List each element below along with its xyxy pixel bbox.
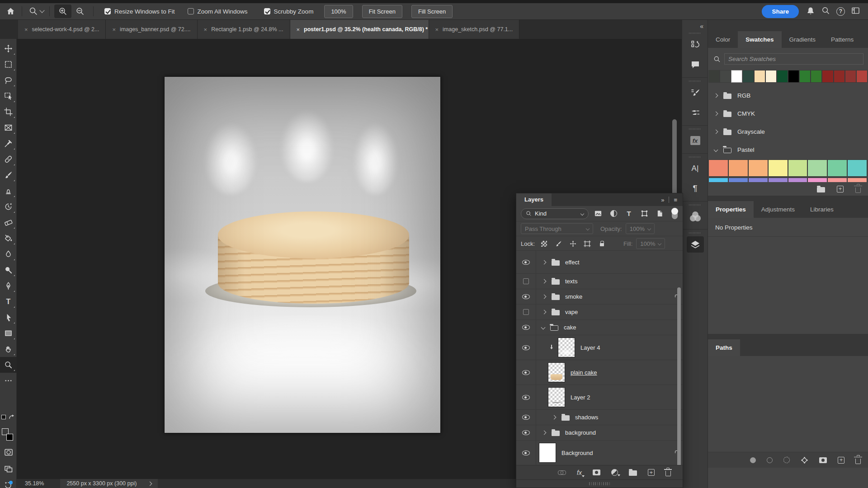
layer-row-texts[interactable]: texts: [516, 273, 683, 289]
delete-swatch-icon[interactable]: [855, 188, 861, 193]
filter-kind-dropdown[interactable]: Kind: [521, 208, 589, 219]
filter-adjustment-icon[interactable]: [608, 208, 619, 219]
tab-paths[interactable]: Paths: [708, 339, 740, 356]
swatch[interactable]: [827, 178, 847, 182]
close-icon[interactable]: ×: [24, 26, 28, 33]
swap-colors-icon[interactable]: [8, 414, 15, 422]
dock-grip[interactable]: [689, 33, 701, 34]
pen-tool[interactable]: [0, 278, 17, 294]
swatch[interactable]: [754, 70, 765, 83]
move-tool[interactable]: [0, 41, 17, 56]
type-tool[interactable]: T: [0, 294, 17, 310]
new-layer-icon[interactable]: +: [648, 469, 655, 476]
eyedropper-tool[interactable]: [0, 136, 17, 151]
swatch[interactable]: [765, 70, 777, 83]
visibility-toggle[interactable]: [516, 289, 536, 304]
help-icon[interactable]: ?: [836, 7, 845, 16]
zoom-tool-icon[interactable]: [27, 5, 40, 18]
tab-properties[interactable]: Properties: [708, 201, 754, 218]
layers-tab[interactable]: Layers: [516, 193, 552, 206]
tab-swatches[interactable]: Swatches: [738, 31, 781, 48]
hand-tool[interactable]: [0, 341, 17, 357]
swatch[interactable]: [811, 70, 822, 83]
brushes-icon[interactable]: [682, 103, 708, 122]
visibility-toggle[interactable]: [516, 441, 536, 465]
document-poster1[interactable]: [164, 76, 441, 433]
layer-thumbnail[interactable]: [548, 362, 565, 382]
object-selection-tool[interactable]: [0, 88, 17, 104]
dock-grip[interactable]: [689, 204, 701, 206]
lasso-tool[interactable]: [0, 72, 17, 88]
comment-icon[interactable]: [682, 55, 708, 75]
chevron-down-icon[interactable]: [39, 8, 44, 13]
swatch[interactable]: [847, 178, 867, 182]
layers-panel-icon[interactable]: [682, 235, 708, 254]
eraser-tool[interactable]: [0, 215, 17, 230]
visibility-toggle[interactable]: [516, 425, 536, 440]
tab-color[interactable]: Color: [708, 31, 738, 48]
scrubby-zoom-checkbox[interactable]: Scrubby Zoom: [264, 8, 314, 15]
chevron-right-icon[interactable]: [542, 279, 547, 284]
visibility-toggle[interactable]: [516, 251, 536, 273]
layer-row-layer4[interactable]: Layer 4: [516, 335, 683, 360]
new-path-icon[interactable]: +: [838, 457, 844, 464]
visibility-toggle[interactable]: [516, 305, 536, 319]
swatch[interactable]: [777, 70, 788, 83]
swatch[interactable]: [720, 70, 731, 83]
layer-row-vape[interactable]: vape: [516, 304, 683, 319]
layer-row-background[interactable]: Background: [516, 440, 683, 465]
panel-menu-icon[interactable]: ≡: [674, 197, 677, 203]
layer-row-effect[interactable]: effect: [516, 250, 683, 273]
new-group-icon[interactable]: [629, 470, 637, 476]
quick-mask-icon[interactable]: [4, 448, 13, 458]
swatch[interactable]: [742, 70, 754, 83]
swatch[interactable]: [708, 70, 720, 83]
visibility-toggle[interactable]: [516, 410, 536, 425]
clone-stamp-tool[interactable]: [0, 183, 17, 199]
add-layer-mask-icon[interactable]: [593, 469, 600, 475]
chevron-right-icon[interactable]: [542, 295, 547, 299]
color-wheel-icon[interactable]: [682, 206, 708, 226]
layers-scrollbar[interactable]: [677, 287, 681, 466]
share-button[interactable]: Share: [762, 5, 799, 18]
swatch[interactable]: [768, 160, 788, 177]
make-work-path-icon[interactable]: [801, 456, 808, 464]
zoom-tool-selected[interactable]: [0, 357, 17, 373]
zoom-all-windows-checkbox[interactable]: Zoom All Windows: [188, 8, 248, 15]
lock-transparency-icon[interactable]: [538, 239, 549, 249]
expand-panels-icon[interactable]: «: [700, 23, 703, 30]
swatch[interactable]: [788, 178, 808, 182]
tab-image-sketch[interactable]: × image_sketch.psd @ 77.1...: [429, 20, 520, 39]
swatch[interactable]: [748, 178, 768, 182]
new-swatch-icon[interactable]: +: [837, 186, 844, 192]
edit-toolbar-ellipsis[interactable]: [0, 373, 17, 389]
dock-grip[interactable]: [689, 80, 701, 82]
chevron-right-icon[interactable]: [542, 431, 547, 435]
lock-all-icon[interactable]: [596, 239, 607, 249]
visibility-toggle[interactable]: [516, 335, 536, 360]
history-brush-tool[interactable]: [0, 199, 17, 215]
dock-grip[interactable]: [689, 232, 701, 234]
swatch[interactable]: [834, 70, 845, 83]
link-layers-icon[interactable]: [558, 470, 566, 474]
dock-grip[interactable]: [689, 156, 701, 158]
fill-path-icon[interactable]: [750, 457, 756, 463]
filter-toggle-switch[interactable]: [672, 208, 678, 219]
home-button[interactable]: [4, 5, 17, 18]
swatch[interactable]: [845, 70, 856, 83]
collapse-panel-icon[interactable]: »: [661, 197, 664, 203]
healing-brush-tool[interactable]: [0, 151, 17, 167]
lock-position-icon[interactable]: [567, 239, 578, 249]
dock-grip[interactable]: [689, 128, 701, 130]
swatch-folder-rgb[interactable]: RGB: [708, 86, 868, 104]
swatch[interactable]: [708, 160, 728, 177]
styles-fx-icon[interactable]: fx: [682, 131, 708, 150]
swatch[interactable]: [728, 160, 748, 177]
brush-settings-icon[interactable]: [682, 83, 708, 103]
fill-screen-button[interactable]: Fill Screen: [411, 5, 453, 18]
tab-gradients[interactable]: Gradients: [782, 31, 824, 48]
close-icon[interactable]: ×: [297, 26, 300, 33]
tab-libraries[interactable]: Libraries: [802, 201, 841, 218]
zoom-in-button[interactable]: [54, 5, 71, 18]
gradient-tool[interactable]: [0, 230, 17, 246]
